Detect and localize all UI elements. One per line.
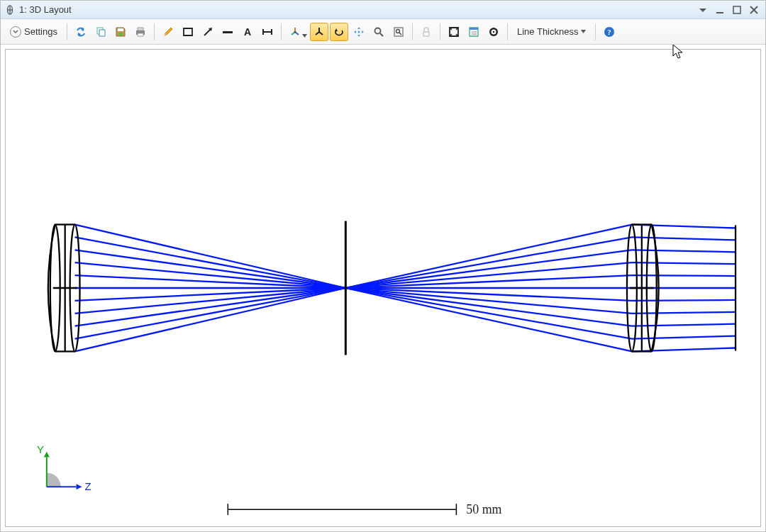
axis-y-label: Y xyxy=(37,444,44,455)
svg-line-18 xyxy=(204,29,211,35)
toolbar: Settings A xyxy=(1,19,765,45)
maximize-button[interactable] xyxy=(730,3,744,17)
rotate-view-button[interactable] xyxy=(330,23,348,41)
svg-line-89 xyxy=(632,336,736,339)
layout-canvas[interactable]: 50 mm YZ xyxy=(5,49,761,527)
svg-rect-41 xyxy=(394,28,403,36)
svg-marker-3 xyxy=(699,9,706,12)
text-tool[interactable]: A xyxy=(238,23,257,41)
svg-rect-16 xyxy=(138,33,143,36)
svg-rect-5 xyxy=(733,6,740,13)
svg-line-87 xyxy=(75,288,346,339)
pan-button[interactable] xyxy=(350,23,368,41)
svg-line-81 xyxy=(75,288,346,314)
svg-point-28 xyxy=(294,31,296,33)
svg-rect-15 xyxy=(138,28,143,31)
svg-marker-57 xyxy=(581,30,586,33)
layer-manager-button[interactable] xyxy=(465,23,483,41)
axes-indicator-button[interactable] xyxy=(310,23,328,41)
svg-line-32 xyxy=(319,32,323,35)
svg-point-56 xyxy=(493,31,495,33)
svg-point-38 xyxy=(357,31,360,33)
lock-button[interactable] xyxy=(417,23,435,41)
svg-rect-17 xyxy=(184,28,192,35)
zoom-button[interactable] xyxy=(370,23,388,41)
svg-rect-44 xyxy=(423,32,429,36)
svg-marker-36 xyxy=(354,31,356,33)
svg-rect-13 xyxy=(118,33,123,35)
separator xyxy=(507,23,508,40)
svg-text:?: ? xyxy=(608,28,612,36)
svg-marker-109 xyxy=(77,484,82,489)
separator xyxy=(440,23,440,40)
layout-drawing: 50 mm YZ xyxy=(6,50,760,526)
separator xyxy=(67,23,67,40)
svg-marker-33 xyxy=(335,28,338,31)
svg-rect-11 xyxy=(99,30,105,36)
view-menu-button[interactable] xyxy=(286,23,309,41)
copy-button[interactable] xyxy=(91,23,110,41)
svg-line-70 xyxy=(345,262,632,288)
svg-rect-12 xyxy=(118,28,123,31)
chevron-down-icon xyxy=(10,26,21,38)
svg-line-88 xyxy=(345,288,632,339)
minimize-button[interactable] xyxy=(713,3,727,17)
svg-line-40 xyxy=(380,33,383,36)
print-button[interactable] xyxy=(131,23,150,41)
svg-marker-34 xyxy=(357,27,360,29)
separator xyxy=(412,23,413,40)
pencil-tool[interactable] xyxy=(159,23,177,41)
svg-marker-35 xyxy=(357,35,360,37)
settings-label: Settings xyxy=(24,26,57,37)
title-bar: 1: 3D Layout xyxy=(1,1,765,19)
window-title: 1: 3D Layout xyxy=(19,4,72,15)
zoom-box-button[interactable] xyxy=(389,23,408,41)
svg-line-31 xyxy=(316,32,319,35)
svg-marker-107 xyxy=(44,452,50,458)
line-thickness-label: Line Thickness xyxy=(517,26,578,37)
svg-line-64 xyxy=(345,237,632,288)
svg-line-82 xyxy=(345,288,632,314)
settings-button[interactable]: Settings xyxy=(5,23,62,41)
svg-text:A: A xyxy=(244,26,251,38)
separator xyxy=(154,23,155,40)
dimension-tool[interactable] xyxy=(258,23,277,41)
svg-rect-4 xyxy=(716,12,723,13)
fit-window-button[interactable] xyxy=(445,23,463,41)
line-tool[interactable] xyxy=(218,23,237,41)
svg-point-42 xyxy=(396,29,399,33)
separator xyxy=(595,23,596,40)
separator xyxy=(281,23,282,40)
rectangle-tool[interactable] xyxy=(179,23,197,41)
target-button[interactable] xyxy=(484,23,503,41)
line-thickness-dropdown[interactable]: Line Thickness xyxy=(512,23,591,41)
svg-point-39 xyxy=(374,28,380,33)
svg-line-65 xyxy=(632,237,736,240)
save-button[interactable] xyxy=(111,23,130,41)
svg-rect-20 xyxy=(223,31,233,33)
collapse-button[interactable] xyxy=(696,3,710,17)
help-button[interactable]: ? xyxy=(600,23,618,41)
svg-line-63 xyxy=(75,237,346,288)
axis-z-label: Z xyxy=(85,481,91,492)
arrow-tool[interactable] xyxy=(199,23,217,41)
scale-bar-label: 50 mm xyxy=(466,502,501,516)
svg-rect-51 xyxy=(470,28,478,30)
close-button[interactable] xyxy=(747,3,761,17)
svg-line-43 xyxy=(399,33,401,35)
svg-marker-37 xyxy=(362,31,364,33)
refresh-button[interactable] xyxy=(72,23,90,41)
svg-line-69 xyxy=(75,262,346,288)
lens-app-icon xyxy=(5,5,15,15)
svg-marker-29 xyxy=(302,34,307,38)
app-window: 1: 3D Layout Settings xyxy=(0,0,766,532)
